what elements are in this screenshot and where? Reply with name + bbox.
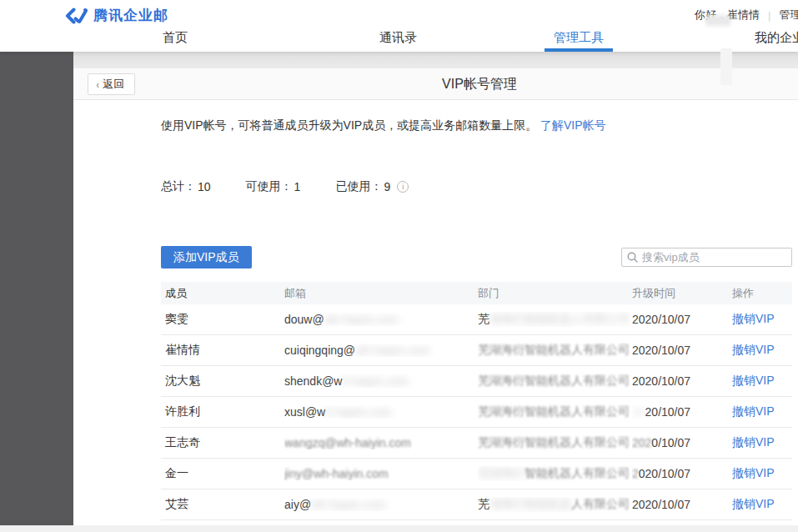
revoke-vip-link[interactable]: 撤销VIP — [732, 404, 775, 418]
redacted-text: 人有限公司 — [571, 497, 630, 510]
col-header-department: 部门 — [478, 286, 632, 301]
table-row: 窦雯douw@wh-haiyin.com芜湖海衍智能机器人有限公司2020/10… — [161, 304, 792, 335]
upgrade-time-cell: 2020/10/07 — [632, 374, 732, 388]
greeting-separator: | — [768, 9, 770, 22]
redacted-text: 2 — [632, 467, 639, 480]
stat-available-label: 可使用： — [246, 179, 293, 194]
cell-text: xusl@w — [284, 405, 325, 419]
redacted-text: h-haiyin.com — [325, 405, 391, 419]
panel-header: ‹ 返回 VIP帐号管理 — [73, 68, 798, 100]
stat-used-label: 已使用： — [335, 179, 382, 194]
action-cell: 撤销VIP — [732, 404, 792, 419]
redacted-text: 芜湖海衍 — [478, 466, 524, 479]
cell-text: 020/10/07 — [639, 467, 690, 480]
member-department-cell: 芜湖海衍智能机器人有限公司 — [478, 404, 632, 419]
revoke-vip-link[interactable]: 撤销VIP — [732, 374, 775, 387]
redacted-text: wh-haiyin.com — [355, 344, 429, 357]
action-cell: 撤销VIP — [732, 466, 792, 481]
member-name-cell: 许胜利 — [161, 404, 284, 419]
member-department-cell: 芜湖海衍智能机器人有限公司 — [478, 312, 632, 327]
upgrade-time-cell: 2020/10/07 — [632, 313, 732, 326]
info-icon[interactable]: i — [397, 181, 409, 193]
stat-available-value: 1 — [294, 180, 301, 193]
col-header-member: 成员 — [161, 286, 284, 301]
scrollbar-thumb[interactable] — [720, 48, 732, 85]
nav-tab-contacts[interactable]: 通讯录 — [379, 25, 417, 52]
redacted-text: wh-haiyin.com — [311, 498, 385, 511]
top-header: 腾讯企业邮 你好，崔情情 | 管理企业 首页 通讯录 管理工具 我的企业 — [0, 0, 798, 52]
upgrade-time-cell: 2020/10/07 — [632, 498, 732, 511]
vip-description-text: 使用VIP帐号，可将普通成员升级为VIP成员，或提高业务邮箱数量上限。 — [161, 118, 537, 132]
stat-used: 已使用： 9 i — [335, 179, 409, 194]
redacted-text: 芜湖海衍智能机器人有限公司 — [478, 435, 630, 449]
action-cell: 撤销VIP — [732, 497, 792, 512]
member-name-cell: 崔情情 — [161, 343, 284, 358]
upgrade-time-cell: 2020/10/07 — [632, 436, 732, 449]
cell-text: 2020/10/07 — [632, 374, 690, 388]
stat-total-value: 10 — [198, 180, 211, 193]
search-box[interactable] — [621, 248, 792, 267]
page-dark-background — [0, 52, 73, 525]
horizontal-scrollbar-track[interactable] — [0, 525, 798, 532]
cell-text: 2020/10/07 — [632, 313, 690, 326]
table-row: 金一jiny@wh-haiyin.com芜湖海衍智能机器人有限公司2020/10… — [161, 459, 792, 489]
member-email-cell: xusl@wh-haiyin.com — [284, 405, 478, 419]
nav-tab-home[interactable]: 首页 — [163, 25, 188, 52]
redacted-text: jiny@wh-haiyin.com — [284, 467, 389, 480]
redacted-text: 芜湖海衍智能机器人有限公司 — [478, 374, 630, 387]
add-vip-member-button[interactable]: 添加VIP成员 — [161, 246, 252, 269]
col-header-upgrade-time: 升级时间 — [632, 286, 732, 301]
member-email-cell: cuiqingqing@wh-haiyin.com — [284, 344, 478, 357]
brand-logo[interactable]: 腾讯企业邮 — [65, 6, 168, 25]
member-name-cell: 王志奇 — [161, 435, 284, 450]
learn-more-link[interactable]: 了解VIP帐号 — [540, 118, 606, 132]
stat-used-value: 9 — [384, 180, 390, 193]
brand-name: 腾讯企业邮 — [93, 6, 168, 25]
table-row: 艾芸aiy@wh-haiyin.com芜湖海衍智能机器人有限公司2020/10/… — [161, 489, 792, 520]
col-header-action: 操作 — [732, 286, 792, 301]
revoke-vip-link[interactable]: 撤销VIP — [732, 497, 775, 510]
redaction-smudge — [705, 15, 730, 26]
revoke-vip-link[interactable]: 撤销VIP — [732, 435, 775, 449]
main-nav: 首页 通讯录 管理工具 我的企业 — [0, 25, 798, 52]
member-department-cell: 芜湖海衍智能机器人有限公司 — [478, 466, 632, 481]
cell-text: 20/10/07 — [645, 405, 691, 419]
page-title: VIP帐号管理 — [73, 68, 798, 100]
cell-text: 0/10/07 — [651, 436, 690, 449]
action-cell: 撤销VIP — [732, 435, 792, 450]
cell-text: cuiqingqing@ — [284, 344, 355, 357]
member-department-cell: 芜湖海衍智能机器人有限公司 — [478, 374, 632, 389]
member-email-cell: shendk@wh-haiyin.com — [284, 374, 478, 388]
exmail-logo-icon — [65, 8, 88, 24]
action-cell: 撤销VIP — [732, 374, 792, 389]
member-email-cell: aiy@wh-haiyin.com — [284, 498, 478, 511]
nav-tab-admin-tools[interactable]: 管理工具 — [554, 25, 604, 52]
member-department-cell: 芜湖海衍智能机器人有限公司 — [478, 435, 632, 450]
table-header-row: 成员 邮箱 部门 升级时间 操作 — [161, 282, 792, 304]
cell-text: aiy@ — [284, 498, 311, 511]
redacted-text: 202 — [632, 436, 651, 449]
revoke-vip-link[interactable]: 撤销VIP — [732, 466, 775, 479]
revoke-vip-link[interactable]: 撤销VIP — [732, 312, 775, 325]
table-body: 窦雯douw@wh-haiyin.com芜湖海衍智能机器人有限公司2020/10… — [161, 304, 792, 520]
search-icon — [627, 252, 638, 263]
search-input[interactable] — [642, 251, 786, 263]
redacted-text: 20 — [632, 405, 645, 419]
revoke-vip-link[interactable]: 撤销VIP — [732, 343, 775, 356]
redacted-text: 芜湖海衍智能机器人有限公司 — [478, 343, 630, 356]
nav-tab-my-company[interactable]: 我的企业 — [755, 25, 798, 52]
member-email-cell: douw@wh-haiyin.com — [284, 313, 478, 326]
member-department-cell: 芜湖海衍智能机器人有限公司 — [478, 497, 632, 512]
cell-text: 芜 — [478, 497, 489, 510]
redacted-text: wh-haiyin.com — [324, 313, 399, 326]
member-name-cell: 窦雯 — [161, 312, 284, 327]
vip-description: 使用VIP帐号，可将普通成员升级为VIP成员，或提高业务邮箱数量上限。 了解VI… — [161, 118, 606, 133]
cell-text: 2020/10/07 — [632, 498, 690, 511]
action-cell: 撤销VIP — [732, 312, 792, 327]
member-name-cell: 金一 — [161, 466, 284, 481]
redacted-text: 智能机器人有限公司 — [524, 466, 630, 479]
manage-company-link[interactable]: 管理企业 — [779, 8, 798, 23]
vip-members-table: 成员 邮箱 部门 升级时间 操作 窦雯douw@wh-haiyin.com芜湖海… — [161, 282, 792, 520]
stat-total: 总计： 10 — [161, 179, 211, 194]
upgrade-time-cell: 2020/10/07 — [632, 467, 732, 480]
